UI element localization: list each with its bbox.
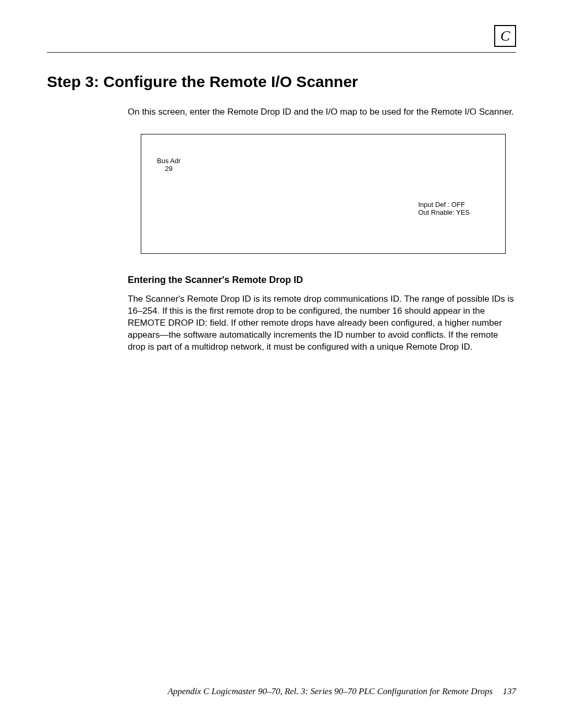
bus-adr-label: Bus Adr: [157, 157, 181, 165]
page-number: 137: [503, 686, 517, 696]
appendix-badge: C: [494, 25, 516, 47]
appendix-letter: C: [500, 28, 510, 44]
bus-adr-value: 29: [157, 165, 181, 173]
sub-heading: Entering the Scanner's Remote Drop ID: [128, 275, 516, 286]
bus-adr-block: Bus Adr 29: [157, 157, 181, 173]
input-def-line: Input Def : OFF: [418, 201, 470, 209]
page-footer: Appendix C Logicmaster 90–70, Rel. 3: Se…: [47, 686, 516, 697]
out-rnable-line: Out Rnable: YES: [418, 209, 470, 217]
header-divider: [47, 52, 516, 53]
screen-mockup-box: Bus Adr 29 Input Def : OFF Out Rnable: Y…: [141, 134, 506, 254]
footer-text: Appendix C Logicmaster 90–70, Rel. 3: Se…: [168, 686, 493, 696]
main-content: Step 3: Configure the Remote I/O Scanner…: [47, 73, 516, 353]
body-paragraph: The Scanner's Remote Drop ID is its remo…: [128, 293, 516, 353]
section-title: Step 3: Configure the Remote I/O Scanner: [47, 73, 516, 91]
io-settings-block: Input Def : OFF Out Rnable: YES: [418, 201, 470, 217]
intro-paragraph: On this screen, enter the Remote Drop ID…: [128, 106, 516, 118]
